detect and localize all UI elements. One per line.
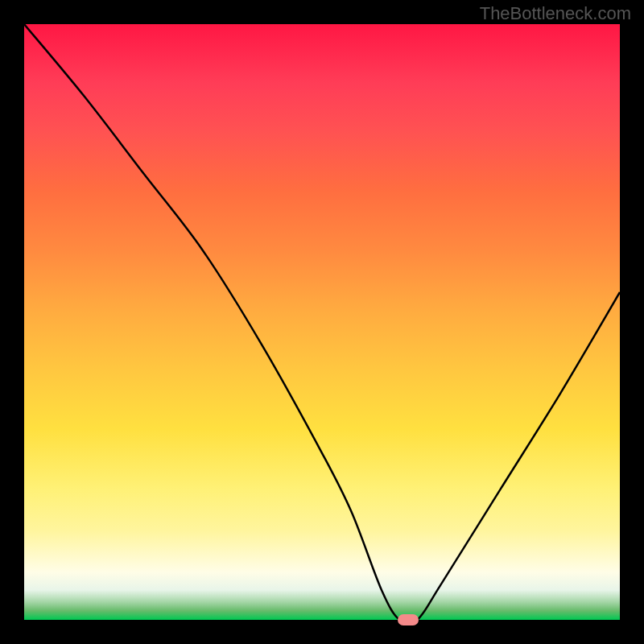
watermark-text: TheBottleneck.com [480,3,631,24]
optimal-point-marker [398,614,419,625]
chart-container: TheBottleneck.com [0,0,644,644]
plot-area [24,24,620,620]
bottleneck-curve [24,24,620,620]
